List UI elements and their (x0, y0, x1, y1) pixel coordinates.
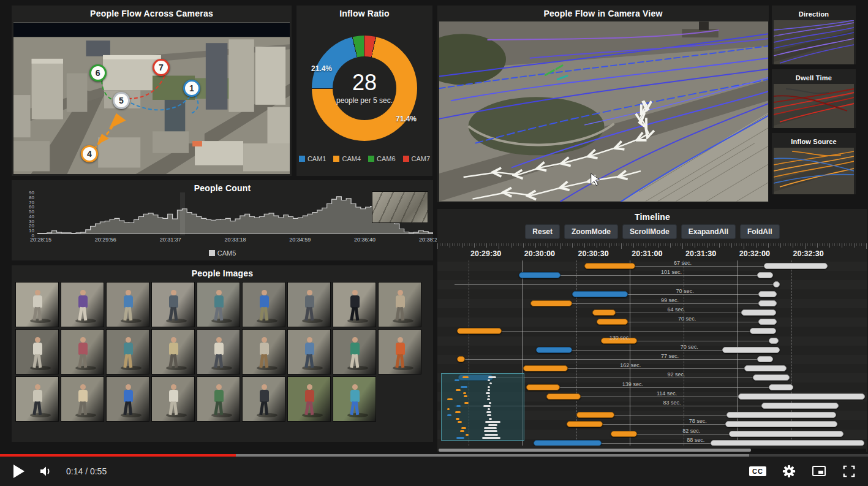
gantt-bar-gray[interactable] (753, 374, 790, 381)
panel-dwell-time[interactable]: Dwell Time (771, 69, 856, 129)
person-thumbnail[interactable] (333, 329, 376, 374)
gantt-bar-gray[interactable] (773, 281, 780, 287)
gantt-bar-gray[interactable] (757, 272, 772, 278)
ruler-tick (709, 243, 710, 246)
person-thumbnail[interactable] (287, 329, 331, 374)
gantt-bar-gray[interactable] (729, 431, 843, 437)
minimap-bar-gray (485, 434, 498, 436)
volume-icon[interactable] (38, 464, 53, 479)
captions-button[interactable]: CC (749, 466, 766, 476)
inflow-donut-chart[interactable]: 28 people per 5 sec. (312, 36, 417, 141)
city-3d-view[interactable]: 67154 (13, 22, 290, 174)
play-button[interactable] (13, 465, 25, 478)
gantt-bar-orange[interactable] (523, 365, 568, 371)
gantt-bar-gray[interactable] (741, 309, 777, 316)
timeline-scrollbar-thumb[interactable] (439, 449, 751, 452)
gantt-bar-gray[interactable] (744, 365, 787, 371)
gantt-bar-blue[interactable] (519, 272, 560, 278)
gantt-bar-gray[interactable] (711, 440, 864, 446)
camera-thumbnail-inset[interactable] (372, 191, 428, 223)
gantt-bar-gray[interactable] (769, 384, 793, 390)
person-thumbnail[interactable] (106, 329, 149, 374)
person-thumbnail[interactable] (15, 376, 59, 422)
person-thumbnail[interactable] (378, 329, 421, 374)
settings-gear-icon[interactable] (782, 465, 796, 478)
camera-marker-1[interactable]: 1 (183, 80, 200, 97)
person-thumbnail[interactable] (197, 329, 240, 374)
person-leg (259, 401, 264, 416)
timeline-button-zoommode[interactable]: ZoomMode (564, 224, 618, 239)
timeline-button-scrollmode[interactable]: ScrollMode (622, 224, 677, 239)
person-thumbnail[interactable] (242, 282, 285, 327)
panel-inflow-source[interactable]: Inflow Source (771, 132, 856, 195)
timeline-row: 77 sec. (437, 355, 867, 364)
person-thumbnail[interactable] (242, 376, 285, 422)
video-progress-bar[interactable] (0, 454, 868, 457)
gantt-bar-blue[interactable] (572, 291, 628, 297)
gantt-bar-orange[interactable] (597, 319, 628, 325)
gantt-bar-orange[interactable] (526, 384, 560, 390)
gantt-bar-gray[interactable] (750, 328, 776, 334)
camera-marker-4[interactable]: 4 (81, 145, 98, 162)
gantt-bar-gray[interactable] (738, 393, 866, 400)
dwell-time-thumbnail (774, 84, 854, 128)
gantt-bar-orange[interactable] (592, 309, 616, 316)
gantt-bar-gray[interactable] (758, 300, 777, 306)
person-thumbnail[interactable] (61, 376, 104, 422)
timeline-button-reset[interactable]: Reset (525, 224, 560, 239)
gantt-bar-orange[interactable] (611, 431, 637, 437)
gantt-bar-gray[interactable] (758, 291, 777, 297)
gantt-bar-orange[interactable] (546, 393, 581, 400)
timeline-button-exapandall[interactable]: ExapandAll (681, 224, 736, 239)
person-thumbnail[interactable] (106, 282, 149, 327)
timeline-minimap[interactable] (441, 373, 524, 441)
camera-marker-5[interactable]: 5 (113, 92, 130, 109)
person-thumbnail[interactable] (197, 376, 240, 422)
person-thumbnail[interactable] (197, 282, 240, 327)
person-thumbnail[interactable] (61, 282, 104, 327)
person-thumbnail[interactable] (242, 329, 285, 374)
gantt-bar-orange[interactable] (576, 412, 614, 418)
timeline-gantt-chart[interactable]: 67 sec.101 sec.70 sec.99 sec.64 sec.70 s… (437, 260, 867, 446)
timeline-row: 130 sec. (437, 336, 867, 346)
person-thumbnail[interactable] (287, 376, 331, 422)
gantt-bar-orange[interactable] (457, 328, 502, 334)
gantt-bar-gray[interactable] (722, 347, 779, 353)
person-thumbnail[interactable] (333, 282, 376, 327)
miniplayer-icon[interactable] (812, 464, 826, 479)
gantt-bar-orange[interactable] (530, 300, 573, 306)
panel-direction[interactable]: Direction (771, 5, 856, 65)
gantt-bar-orange[interactable] (457, 356, 465, 362)
person-thumbnail[interactable] (287, 282, 331, 327)
timeline-scrollbar[interactable] (439, 449, 866, 452)
gantt-bar-gray[interactable] (761, 403, 839, 409)
gantt-bar-gray[interactable] (764, 263, 828, 269)
ruler-tick (626, 243, 627, 246)
camera-marker-6[interactable]: 6 (89, 64, 107, 82)
gantt-bar-orange[interactable] (567, 421, 603, 427)
gantt-bar-gray[interactable] (769, 338, 779, 344)
gantt-bar-gray[interactable] (757, 356, 772, 362)
camera-view-graphic[interactable] (439, 21, 768, 202)
person-leg (218, 354, 223, 368)
person-thumbnail[interactable] (333, 376, 376, 422)
gantt-bar-gray[interactable] (726, 412, 837, 418)
person-thumbnail[interactable] (15, 329, 59, 374)
camera-marker-7[interactable]: 7 (153, 59, 170, 76)
person-thumbnail[interactable] (61, 329, 104, 374)
gantt-bar-gray[interactable] (758, 319, 777, 325)
timeline-button-foldall[interactable]: FoldAll (740, 224, 780, 239)
gantt-bar-orange[interactable] (584, 263, 635, 269)
person-thumbnail[interactable] (106, 376, 149, 422)
person-thumbnail[interactable] (151, 376, 195, 422)
fullscreen-icon[interactable] (842, 465, 856, 478)
person-thumbnail[interactable] (15, 282, 59, 327)
person-thumbnail[interactable] (378, 282, 421, 327)
person-thumbnail[interactable] (151, 329, 195, 374)
gantt-bar-blue[interactable] (536, 347, 572, 353)
person-leg (354, 307, 359, 321)
gantt-bar-gray[interactable] (725, 421, 837, 427)
person-thumbnail[interactable] (151, 282, 195, 327)
person-head (307, 384, 312, 390)
gantt-bar-blue[interactable] (534, 440, 602, 446)
